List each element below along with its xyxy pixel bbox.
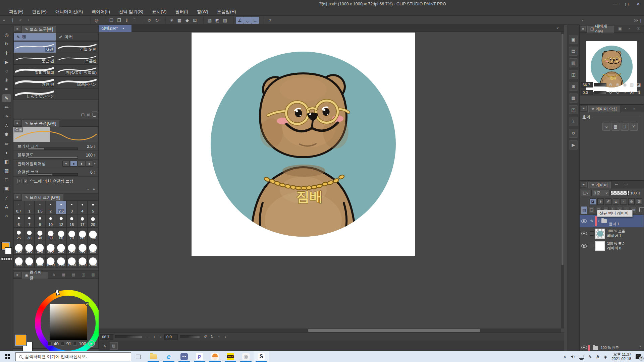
hue-selector[interactable] bbox=[55, 289, 60, 296]
menu-item-2[interactable]: 애니메이션(A) bbox=[51, 9, 87, 15]
pen-settings-icon[interactable]: ✎ bbox=[588, 354, 592, 359]
dock-pin-icon[interactable]: ∥ bbox=[639, 18, 641, 23]
layer-opacity-slider[interactable] bbox=[610, 191, 629, 195]
horizontal-scrollbar[interactable] bbox=[99, 328, 561, 333]
selection-launcher-icon[interactable]: ◩ bbox=[213, 17, 221, 24]
brush-size-3[interactable]: 3 bbox=[66, 201, 77, 214]
show-selection-icon[interactable]: ▧ bbox=[206, 17, 213, 24]
maximize-button[interactable]: ▢ bbox=[621, 0, 633, 8]
opacity-spinner-icon[interactable]: ▲▼ bbox=[638, 191, 641, 195]
palette-color-dropdown[interactable]: ▢˅ bbox=[581, 190, 590, 196]
navigator-zoom-slider[interactable] bbox=[594, 83, 606, 86]
snap-special-ruler-icon[interactable]: ◡ bbox=[244, 17, 251, 24]
wand-tool[interactable]: ✳ bbox=[2, 76, 11, 84]
brush-size-1[interactable]: 1 bbox=[24, 201, 35, 214]
pen-tool[interactable]: ✎ bbox=[2, 94, 11, 102]
add-subtool-icon[interactable]: ⊞ bbox=[87, 113, 90, 117]
snap-ruler-icon[interactable]: ∠ bbox=[236, 17, 244, 24]
color-slider-tab-icon[interactable]: ≋ bbox=[50, 273, 58, 277]
document-tab[interactable]: 짐베.psd* ● bbox=[99, 25, 131, 32]
panel-menu-icon[interactable]: ≡ bbox=[14, 26, 20, 31]
undo-icon[interactable]: ↺ bbox=[145, 17, 153, 24]
enable-mask-icon[interactable]: ⊘ bbox=[628, 198, 635, 205]
aa-none-icon[interactable]: ✦ bbox=[62, 161, 70, 167]
auto-action-icon[interactable]: ▶ bbox=[569, 140, 578, 149]
nav-reset-zoom-icon[interactable]: ⇅ bbox=[635, 90, 642, 95]
information-tab-icon[interactable]: ⓘ bbox=[634, 26, 643, 31]
save-file-icon[interactable]: ⇓ bbox=[123, 17, 130, 24]
approx-color-tab-icon[interactable]: ◫ bbox=[79, 273, 87, 277]
brush-size-1500[interactable]: 1500 bbox=[66, 254, 77, 268]
taskbar-app-discord[interactable] bbox=[176, 351, 192, 362]
nav-reset-rotation-icon[interactable]: ◔ bbox=[621, 90, 628, 95]
tone-effect-icon[interactable]: ▦ bbox=[611, 123, 620, 131]
brush-size-700[interactable]: 700 bbox=[24, 254, 35, 268]
reselect-icon[interactable]: ▦ bbox=[175, 17, 183, 24]
menu-item-6[interactable]: 필터(I) bbox=[171, 9, 192, 15]
taskbar-app-clip-studio[interactable]: ◎ bbox=[238, 351, 254, 362]
eraser-tool[interactable]: ▱ bbox=[2, 139, 11, 147]
taskbar-app-file-explorer[interactable] bbox=[146, 351, 161, 362]
deselect-icon[interactable]: ✳ bbox=[168, 17, 175, 24]
dock-arrow-icon[interactable]: « bbox=[0, 18, 8, 22]
aa-chevron-icon[interactable]: ▼ bbox=[93, 163, 96, 165]
rotate-view-tool[interactable]: ↻ bbox=[2, 40, 11, 48]
dock-arrow-icon[interactable]: « bbox=[16, 18, 25, 22]
brush-size-200[interactable]: 200 bbox=[45, 241, 56, 254]
material-manga-icon[interactable]: ◫ bbox=[569, 70, 578, 79]
folder-expand-chevron[interactable]: ＞ bbox=[597, 219, 601, 223]
brush-size-120[interactable]: 120 bbox=[13, 241, 24, 254]
speed-stabilization-checkbox[interactable]: ✓ bbox=[23, 179, 28, 183]
brush-size-2.5[interactable]: 2.5 bbox=[56, 201, 67, 214]
reset-rotation-icon[interactable]: ◔ bbox=[215, 335, 222, 339]
brush-size-70[interactable]: 70 bbox=[66, 228, 77, 241]
tab-modified-dot[interactable]: ● bbox=[122, 27, 124, 30]
csp-logo-icon[interactable]: ◎ bbox=[93, 17, 100, 24]
task-view-icon[interactable] bbox=[136, 355, 141, 359]
tab-pen[interactable]: ✎펜 bbox=[13, 33, 56, 41]
navigator-rotation-slider[interactable] bbox=[594, 91, 606, 94]
zoom-in-icon[interactable]: + bbox=[151, 335, 158, 339]
brush-size-20[interactable]: 20 bbox=[88, 214, 98, 228]
reset-property-icon[interactable]: ◔ bbox=[87, 187, 89, 192]
balloon-tool[interactable]: ○ bbox=[2, 212, 11, 220]
panel-menu-icon[interactable]: ≡ bbox=[581, 106, 587, 111]
nav-zoom-in-icon[interactable]: ⊕ bbox=[614, 82, 621, 87]
quick-access-icon[interactable]: ▣ bbox=[569, 35, 578, 44]
frame-tool[interactable]: ▣ bbox=[2, 185, 11, 193]
redo-icon[interactable]: ↻ bbox=[153, 17, 161, 24]
figure-tool[interactable]: □ bbox=[2, 176, 11, 184]
layer-row-2[interactable]: 100 % 표준 레이어 8 bbox=[580, 240, 644, 252]
layer-row-1[interactable]: 100 % 표준 레이어 1 bbox=[580, 227, 644, 240]
brush-item-4[interactable]: 캘리그라피 bbox=[13, 65, 56, 76]
tablet-driver-icon[interactable]: ◈ bbox=[604, 354, 607, 359]
layer-thumbnail[interactable] bbox=[595, 229, 605, 239]
layer-visibility-icon[interactable] bbox=[581, 346, 587, 349]
zoom-slider[interactable] bbox=[115, 335, 142, 338]
brush-size-60[interactable]: 60 bbox=[56, 228, 67, 241]
pencil-tool[interactable]: ✏ bbox=[2, 103, 11, 111]
material-image-icon[interactable]: ⊞ bbox=[569, 82, 578, 91]
operation-tool[interactable]: ▶ bbox=[2, 58, 11, 66]
brush-size-1000[interactable]: 1000 bbox=[45, 254, 56, 268]
new-raster-layer-icon[interactable]: ❏ bbox=[589, 207, 594, 213]
material-3d-icon[interactable]: ▦ bbox=[569, 94, 578, 103]
navigator-rotation-value[interactable]: 0.0 bbox=[581, 90, 593, 95]
network-icon[interactable] bbox=[579, 355, 584, 359]
dock-arrow-icon[interactable]: ‹ bbox=[24, 18, 32, 22]
vertical-scrollbar[interactable] bbox=[561, 32, 564, 328]
menu-item-0[interactable]: 파일(F) bbox=[5, 9, 28, 15]
menu-item-8[interactable]: 도움말(H) bbox=[213, 9, 240, 15]
layer-visibility-icon[interactable] bbox=[581, 219, 587, 223]
menu-item-3[interactable]: 레이어(L) bbox=[87, 9, 114, 15]
nav-zoom-out-icon[interactable]: ⊖ bbox=[607, 82, 614, 87]
layer-search-tab-icon[interactable]: ↩ bbox=[612, 182, 620, 187]
panel-menu-icon[interactable]: ≡ bbox=[581, 26, 586, 31]
brush-size-1700[interactable]: 1700 bbox=[77, 254, 88, 268]
brush-tool[interactable]: ✑ bbox=[2, 112, 11, 120]
brush-size-7[interactable]: 7 bbox=[24, 214, 35, 228]
expression-color-icon[interactable]: ❏ bbox=[621, 123, 629, 131]
timeline-tab-icon[interactable]: ▭ bbox=[622, 182, 630, 187]
brush-size-100[interactable]: 100 bbox=[88, 228, 98, 241]
panel-menu-icon[interactable]: ≡ bbox=[581, 182, 587, 187]
